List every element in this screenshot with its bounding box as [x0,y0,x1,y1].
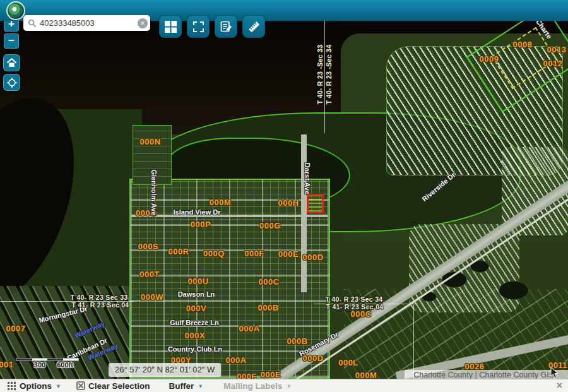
parcel-label: 0013 [547,45,567,54]
island-view-road [131,215,328,217]
crosshair-locate-icon [6,77,18,88]
parcel-label: 0001 [0,360,13,369]
parcel-label: 0012 [543,59,563,68]
chevron-down-icon: ▼ [286,383,292,389]
parcel-label: 000A [239,324,259,333]
parcel-label: 000N [139,137,160,146]
parcel-label: 000U [187,276,208,286]
street-label: Darst Ave [304,163,311,195]
section-label: T 40- R 23 Sec 33 [71,294,128,301]
gis-app-window: 000N000O000M000H000P000G000S000R000Q000F… [0,0,568,392]
dashed-select-icon [193,21,204,32]
parcel-label: 000A [225,355,246,365]
parcel-label: 0009 [480,54,499,64]
lake [499,281,529,300]
options-grid-icon [8,382,9,390]
measure-tool-button[interactable] [242,15,265,38]
parcel-label: 000D [302,252,323,262]
parcel-label: 000F [237,372,257,379]
buffer-menu[interactable]: Buffer ▼ [169,381,203,391]
search-clear-button[interactable]: × [138,18,148,28]
buffer-label: Buffer [169,381,194,391]
parcel-label: 000R [168,247,189,256]
clear-selection-button[interactable]: Clear Selection [61,381,150,391]
selected-parcel-highlight[interactable] [307,194,324,213]
map-attribution: Charlotte County | Charlotte County GIS [405,370,568,379]
ruler-icon [247,20,261,33]
locate-button[interactable] [3,74,20,91]
parcel-label: 000M [355,371,377,379]
scale-mid-label: 300 [34,361,45,369]
toolbar-close-button[interactable]: × [557,380,562,391]
basemap-grid-button[interactable] [159,15,182,38]
parcel-label: 000G [259,221,281,230]
search-box: × [23,15,150,31]
street-label: Dawson Ln [178,290,215,298]
parcel-label: 0007 [6,324,26,333]
search-icon [28,19,37,28]
parcel-label: 000P [191,220,211,229]
notes-tool-button[interactable] [215,15,237,38]
notepad-pencil-icon [220,20,232,33]
mailing-labels-menu: Mailing Labels ▼ [223,381,292,391]
scale-end-label: 600ft [57,361,73,369]
clear-selection-icon [76,381,85,390]
charlotte-county-logo [6,1,25,20]
home-button[interactable] [3,54,20,71]
bottom-toolbar: Options ▼ Clear Selection Buffer ▼ Maili… [0,379,568,392]
parcel-label: 000F [244,249,264,258]
parcel-label: 000T [139,270,160,279]
home-icon [6,57,17,68]
parcel-label: 000V [186,304,206,313]
chevron-down-icon: ▼ [198,383,203,389]
darst-ave-road [301,134,307,292]
parcel-label: 000E [278,249,299,259]
section-label: T 41- R 23 Sec 04 [72,301,129,309]
street-label: Country Club Ln [168,345,222,353]
section-label: T 40- R 23 -Sec 33 [316,45,324,105]
parcel-label: 0008 [513,40,533,49]
street-label: Island View Dr [174,208,221,216]
search-input[interactable] [40,18,138,28]
street-label: Glenholm Ave [150,169,158,215]
mailing-labels-label: Mailing Labels [223,381,282,391]
section-label: T 41- R 23 Sec 04 [326,303,384,311]
mouse-cursor [550,367,559,379]
options-label: Options [20,381,52,391]
parcel-label: 000Q [203,249,225,258]
parcel-label: 000B [257,303,278,312]
coordinate-readout: 26° 57′ 20″ N 82° 01′ 02″ W [109,363,221,377]
parcel-label: 000S [138,242,158,251]
grid-icon [165,21,177,33]
options-menu[interactable]: Options ▼ [0,381,61,391]
select-tool-button[interactable] [187,15,210,38]
scale-segment [47,359,63,360]
parcel-label: 000X [185,331,205,340]
parcel-label: 000M [210,198,232,207]
chevron-down-icon: ▼ [56,383,61,389]
parcel-label: 000W [141,292,163,302]
map-canvas[interactable]: 000N000O000M000H000P000G000S000R000Q000F… [0,21,568,379]
zoom-out-button[interactable]: − [4,33,19,49]
parcel-label: 000C [258,277,279,287]
subdivision-grid [129,179,330,379]
section-label: T 40- R 23 -Sec 34 [325,45,333,105]
section-label: T 40- R 23 Sec 34 [326,295,383,303]
scale-segment [63,359,79,360]
clear-selection-label: Clear Selection [88,381,150,391]
street-label: Gulf Breeze Ln [170,319,219,326]
section-line-vertical-south [413,305,414,379]
parcel-label: 000H [278,198,299,208]
parcel-label: 000E [261,370,281,379]
scale-segment [32,359,48,360]
scale-segment [16,359,32,360]
parcel-label: 000L [338,358,358,367]
parcel-label: 000B [287,336,307,346]
